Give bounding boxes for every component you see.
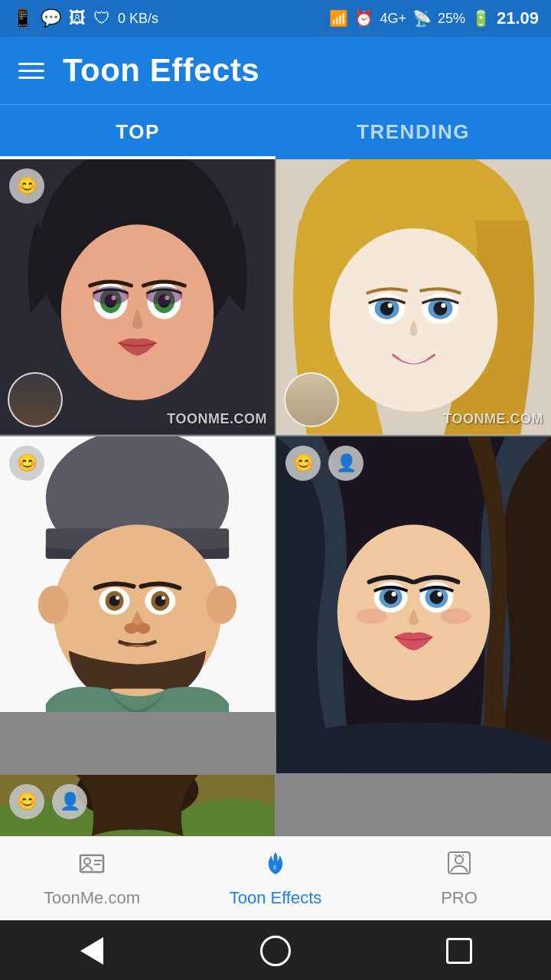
svg-point-51 <box>357 609 387 624</box>
svg-point-37 <box>116 596 119 599</box>
toonme-nav-icon <box>78 849 106 884</box>
toonme-nav-label: ToonMe.com <box>44 888 140 908</box>
grid-overlay-3: 😊 <box>9 446 44 481</box>
svg-point-49 <box>392 592 396 596</box>
bottom-nav: ToonMe.com Toon Effects PRO <box>0 836 551 920</box>
svg-point-21 <box>433 302 447 315</box>
tooneffects-nav-icon <box>262 849 289 884</box>
app-bar: Toon Effects <box>0 37 551 104</box>
toon-overlay-icon-1[interactable]: 😊 <box>9 168 44 204</box>
pro-user-icon <box>445 849 473 877</box>
grid-item-1[interactable]: 😊 TOONME.COM <box>0 159 275 435</box>
home-circle-icon <box>260 936 291 966</box>
svg-point-50 <box>437 592 442 596</box>
person-overlay-icon-4[interactable]: 👤 <box>328 446 364 481</box>
toon-overlay-icon-4[interactable]: 😊 <box>285 446 321 481</box>
home-button[interactable] <box>259 934 292 968</box>
signal-icon: 📡 <box>412 9 432 28</box>
hamburger-line-2 <box>18 70 44 72</box>
whatsapp2-icon: 💬 <box>41 8 61 28</box>
tooneffects-nav-label: Toon Effects <box>230 888 322 908</box>
hamburger-line-3 <box>18 77 44 79</box>
svg-point-48 <box>429 590 443 604</box>
svg-point-60 <box>455 856 463 864</box>
back-button[interactable] <box>75 934 109 968</box>
svg-point-23 <box>441 303 445 308</box>
recents-square-icon <box>446 938 472 964</box>
hamburger-line-1 <box>18 63 44 65</box>
svg-point-28 <box>38 586 69 624</box>
tab-trending[interactable]: TRENDING <box>276 105 551 159</box>
clock: 21.09 <box>497 8 539 28</box>
alarm-icon: ⏰ <box>354 9 373 28</box>
small-avatar-2 <box>284 372 339 427</box>
svg-point-56 <box>84 858 90 864</box>
pro-nav-icon <box>445 849 473 884</box>
nav-item-tooneffects[interactable]: Toon Effects <box>184 849 367 908</box>
pro-nav-label: PRO <box>441 888 478 908</box>
whatsapp-icon: 📱 <box>12 8 33 28</box>
fire-icon <box>262 849 289 877</box>
battery-icon: 🔋 <box>471 9 491 28</box>
tab-bar: TOP TRENDING <box>0 104 551 159</box>
face-illustration-4 <box>276 436 551 773</box>
system-nav-bar <box>0 920 551 980</box>
gallery-icon: 🖼 <box>69 8 86 28</box>
network-speed: 0 KB/s <box>118 11 158 27</box>
grid-item-3[interactable]: 😊 <box>0 436 275 712</box>
status-left-icons: 📱 💬 🖼 🛡 0 KB/s <box>12 8 158 28</box>
app-title: Toon Effects <box>63 52 259 89</box>
svg-point-20 <box>380 302 394 315</box>
svg-point-22 <box>388 303 393 308</box>
nav-item-toonme[interactable]: ToonMe.com <box>0 849 184 908</box>
svg-point-38 <box>161 596 165 599</box>
network-type: 4G+ <box>380 11 406 27</box>
grid-overlay-1: 😊 <box>9 168 44 204</box>
recents-button[interactable] <box>442 934 476 968</box>
person-overlay-icon-5[interactable]: 👤 <box>52 784 87 819</box>
hamburger-menu[interactable] <box>18 63 44 79</box>
grid-item-2[interactable]: TOONME.COM <box>276 159 551 435</box>
svg-point-40 <box>137 623 151 634</box>
id-card-icon <box>78 849 106 877</box>
wifi-icon: 📶 <box>329 9 348 28</box>
status-right-icons: 📶 ⏰ 4G+ 📡 25% 🔋 21.09 <box>329 8 539 28</box>
nav-item-pro[interactable]: PRO <box>367 849 551 908</box>
svg-point-39 <box>125 623 139 634</box>
grid-item-5[interactable]: 😊 👤 <box>0 775 275 836</box>
grid-overlay-4: 😊 👤 <box>285 446 364 481</box>
toon-overlay-icon-5[interactable]: 😊 <box>9 784 44 819</box>
watermark-2: TOONME.COM <box>443 411 543 427</box>
grid-item-4[interactable]: 😊 👤 <box>276 436 551 773</box>
back-triangle-icon <box>80 937 103 965</box>
toon-overlay-icon-3[interactable]: 😊 <box>9 446 44 481</box>
shield-icon: 🛡 <box>93 8 110 28</box>
svg-point-47 <box>384 590 398 604</box>
svg-point-29 <box>206 586 236 624</box>
svg-point-52 <box>440 609 471 624</box>
battery-level: 25% <box>438 11 465 27</box>
image-grid: 😊 TOONME.COM <box>0 159 551 836</box>
grid-overlay-5: 😊 👤 <box>9 784 87 819</box>
small-avatar-1 <box>8 372 63 427</box>
tab-top[interactable]: TOP <box>0 105 276 159</box>
status-bar: 📱 💬 🖼 🛡 0 KB/s 📶 ⏰ 4G+ 📡 25% 🔋 21.09 <box>0 0 551 37</box>
watermark-1: TOONME.COM <box>167 411 267 427</box>
